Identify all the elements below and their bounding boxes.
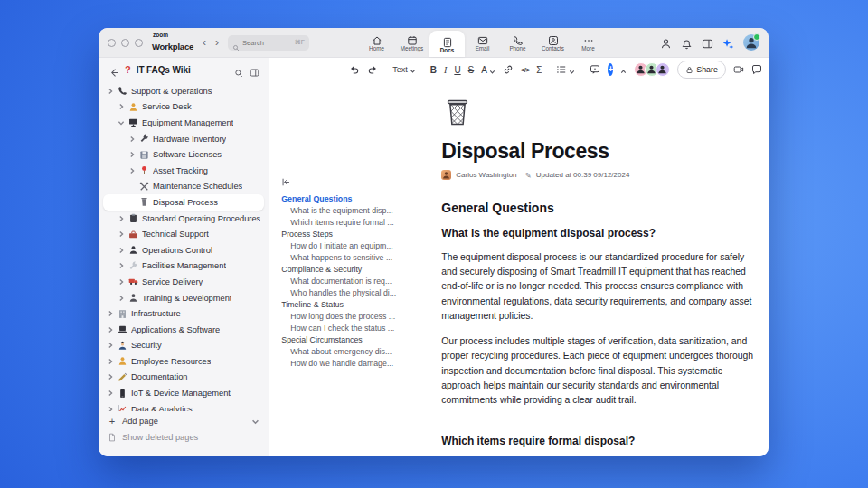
show-deleted-pages-button[interactable]: Show deleted pages [104,429,263,446]
chat-button[interactable] [751,64,762,75]
sidebar-item-documentation[interactable]: Documentation [103,370,264,386]
chevron-right-icon[interactable] [118,230,125,238]
sidebar-item-security[interactable]: Security [103,338,264,354]
sidebar-item-facilities-management[interactable]: Facilities Management [103,258,264,275]
chevron-right-icon[interactable] [128,167,136,174]
undo-button[interactable] [349,64,360,75]
add-page-button[interactable]: + Add page [104,413,263,429]
toc-item[interactable]: How do we handle damage... [281,357,438,369]
sidebar-back-icon[interactable] [109,65,119,75]
tab-contacts[interactable]: Contacts [535,28,571,57]
tab-meetings[interactable]: Meetings [394,28,429,57]
chevron-down-icon[interactable] [251,418,259,426]
chevron-right-icon[interactable] [107,342,114,349]
toc-item[interactable]: How can I check the status ... [281,322,438,333]
sidebar-item-disposal-process[interactable]: Disposal Process [103,194,264,211]
toc-section[interactable]: Special Circumstances [281,333,438,345]
equation-button[interactable]: Σ [536,65,542,75]
toc-item[interactable]: How long does the process ... [281,310,438,322]
profile-icon[interactable] [660,37,672,49]
toc-section[interactable]: Process Steps [281,228,438,239]
wiki-search-icon[interactable] [234,65,243,74]
toc-item[interactable]: What about emergency dis... [281,345,438,357]
sidebar-item-iot-device-management[interactable]: IoT & Device Management [103,385,264,401]
sidebar-item-applications-software[interactable]: Applications & Software [103,322,264,338]
text-style-dropdown[interactable]: Text [392,65,416,74]
back-button[interactable]: ‹ [203,36,206,49]
toc-item[interactable]: What happens to sensitive ... [281,251,438,263]
forward-button[interactable]: › [215,36,219,49]
sidebar-item-data-analytics[interactable]: Data & Analytics [103,401,264,411]
toc-section[interactable]: Timeline & Status [281,298,438,310]
sidebar-collapse-icon[interactable] [250,65,259,75]
sidebar-item-service-desk[interactable]: Service Desk [103,99,264,116]
code-block-button[interactable]: </> [521,66,529,74]
start-video-button[interactable] [733,64,744,75]
toc-section[interactable]: General Questions [281,192,438,204]
sidebar-item-maintenance-schedules[interactable]: Maintenance Schedules [103,179,264,195]
search-input[interactable] [242,39,277,47]
chevron-right-icon[interactable] [118,247,125,254]
chevron-right-icon[interactable] [107,389,114,397]
chevron-right-icon[interactable] [128,136,136,143]
chevron-right-icon[interactable] [118,103,125,110]
tab-home[interactable]: Home [359,28,394,57]
share-button[interactable]: Share [677,61,725,79]
chevron-down-icon[interactable] [118,119,125,127]
paragraph: The equipment disposal process is our st… [441,250,754,324]
sidebar-item-asset-tracking[interactable]: Asset Tracking [103,163,264,179]
sidebar-item-standard-operating-procedures[interactable]: Standard Operating Procedures [103,211,264,227]
chevron-right-icon[interactable] [107,373,114,380]
minimize-window-button[interactable] [121,39,129,47]
chevron-right-icon[interactable] [107,358,114,365]
sidebar-item-technical-support[interactable]: Technical Support [103,226,264,242]
strikethrough-button[interactable]: S [468,65,475,75]
list-format-dropdown[interactable] [556,64,575,75]
sidebar-item-training-development[interactable]: Training & Development [103,290,264,306]
toc-item[interactable]: Who handles the physical di... [281,286,438,298]
tab-docs[interactable]: Docs [429,31,465,57]
maximize-window-button[interactable] [135,39,143,47]
tab-more[interactable]: More [571,28,606,57]
toc-item[interactable]: What is the equipment disp... [281,204,438,216]
redo-button[interactable] [367,64,378,75]
chevron-right-icon[interactable] [118,278,125,286]
toc-section[interactable]: Compliance & Security [281,263,438,275]
sidebar-item-employee-resources[interactable]: Employee Resources [103,353,264,370]
collaborator-avatar-3[interactable] [656,62,670,77]
comment-button[interactable] [590,64,600,75]
collapse-toolbar-button[interactable] [620,67,627,73]
sidebar-item-infrastructure[interactable]: Infrastructure [103,305,264,322]
underline-button[interactable]: U [454,65,460,75]
insert-block-button[interactable]: + [608,63,613,76]
toc-item[interactable]: Which items require formal ... [281,216,438,228]
text-color-dropdown[interactable]: A [481,65,495,75]
side-panel-toggle-icon[interactable] [702,37,713,49]
sidebar-item-operations-control[interactable]: Operations Control [103,242,264,258]
sidebar-item-service-delivery[interactable]: Service Delivery [103,274,264,290]
toc-item[interactable]: How do I initiate an equipm... [281,239,438,251]
global-search[interactable]: ⌘F [228,35,309,51]
insert-link-button[interactable] [503,64,514,75]
chevron-right-icon[interactable] [118,262,125,269]
bold-button[interactable]: B [430,65,437,75]
sidebar-item-hardware-inventory[interactable]: Hardware Inventory [103,131,264,147]
chevron-right-icon[interactable] [118,215,125,222]
close-window-button[interactable] [108,39,116,47]
tab-email[interactable]: Email [465,28,500,57]
sidebar-item-support-operations[interactable]: Support & Operations [103,83,264,99]
chevron-right-icon[interactable] [107,310,114,317]
sidebar-item-software-licenses[interactable]: Software Licenses [103,146,264,163]
chevron-right-icon[interactable] [118,295,125,302]
toc-collapse-icon[interactable] [281,177,291,187]
italic-button[interactable]: I [444,65,447,75]
user-avatar[interactable] [743,34,760,51]
sidebar-item-equipment-management[interactable]: Equipment Management [103,115,264,131]
chevron-right-icon[interactable] [107,88,114,95]
tab-phone[interactable]: Phone [500,28,535,57]
ai-companion-icon[interactable] [722,37,734,49]
notifications-bell-icon[interactable] [681,37,693,49]
toc-item[interactable]: What documentation is req... [281,275,438,286]
chevron-right-icon[interactable] [107,326,114,333]
chevron-right-icon[interactable] [128,151,136,158]
